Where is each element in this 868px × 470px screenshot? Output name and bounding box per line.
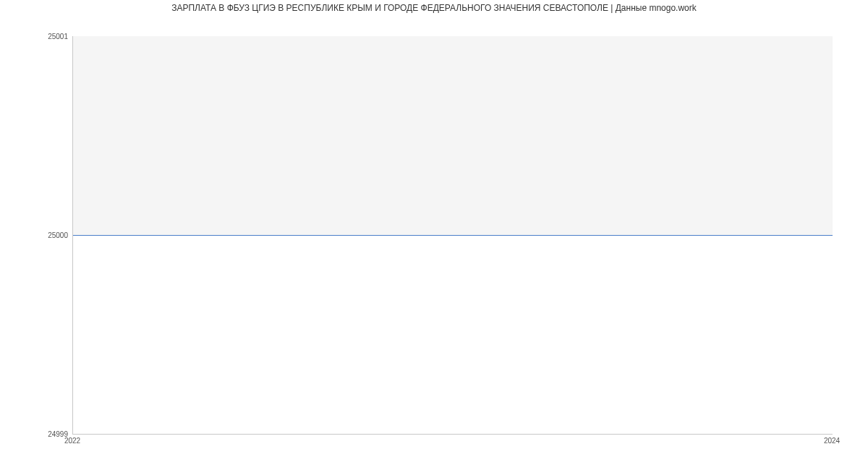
y-tick-label: 24999	[3, 430, 68, 438]
grid-band	[73, 36, 833, 235]
y-tick-label: 25001	[3, 33, 68, 40]
x-tick-label: 2022	[64, 437, 80, 445]
y-tick-label: 25000	[3, 231, 68, 239]
x-tick-label: 2024	[824, 437, 840, 445]
series-line	[73, 235, 833, 236]
chart-container: ЗАРПЛАТА В ФБУЗ ЦГИЭ В РЕСПУБЛИКЕ КРЫМ И…	[0, 0, 868, 470]
chart-title: ЗАРПЛАТА В ФБУЗ ЦГИЭ В РЕСПУБЛИКЕ КРЫМ И…	[0, 3, 868, 13]
plot-area	[72, 36, 833, 435]
